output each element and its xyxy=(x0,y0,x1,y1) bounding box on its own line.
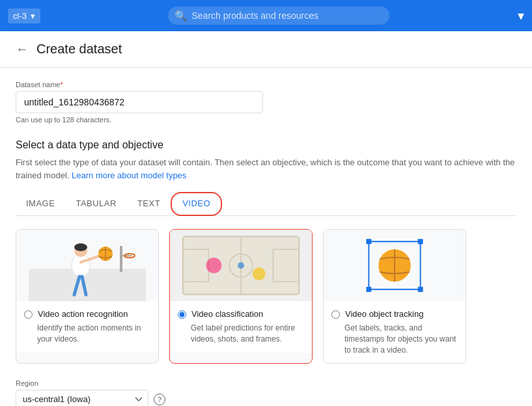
topbar-left: cl-3 ▾ xyxy=(8,8,40,23)
page-header: ← Create dataset xyxy=(0,31,532,68)
card-classification-title: Video classification xyxy=(191,309,263,319)
card-action-recognition[interactable]: Video action recognition Identify the ac… xyxy=(16,229,159,364)
card-classification[interactable]: Video classification Get label predictio… xyxy=(169,229,313,364)
svg-rect-26 xyxy=(418,239,423,244)
card-object-tracking-body: Video object tracking Get labels, tracks… xyxy=(324,301,466,363)
card-action-recognition-radio-row: Video action recognition xyxy=(24,309,150,319)
region-help-icon[interactable]: ? xyxy=(154,394,165,405)
region-group: Region us-central1 (Iowa) us-east1 (Sout… xyxy=(16,379,516,406)
tab-image[interactable]: IMAGE xyxy=(16,192,65,216)
card-action-recognition-title: Video action recognition xyxy=(38,309,128,319)
main-content: Dataset name* Can use up to 128 characte… xyxy=(0,68,532,406)
region-label: Region xyxy=(16,379,516,387)
svg-rect-28 xyxy=(418,287,423,292)
action-recognition-illustration xyxy=(29,230,146,301)
search-wrapper: 🔍 xyxy=(168,7,389,25)
card-object-tracking-radio-row: Video object tracking xyxy=(331,309,458,319)
tab-text[interactable]: TEXT xyxy=(127,192,171,216)
card-classification-radio-row: Video classification xyxy=(178,309,304,319)
topbar-search: 🔍 xyxy=(48,7,510,25)
svg-point-4 xyxy=(74,243,87,251)
region-row: us-central1 (Iowa) us-east1 (South Carol… xyxy=(16,390,516,406)
search-input[interactable] xyxy=(168,7,389,25)
topbar-expand-icon[interactable]: ▾ xyxy=(518,8,524,23)
page-title: Create dataset xyxy=(36,42,122,57)
card-object-tracking[interactable]: Video object tracking Get labels, tracks… xyxy=(323,229,466,364)
card-object-tracking-desc: Get labels, tracks, and timestamps for o… xyxy=(331,323,458,355)
learn-more-model-types-link[interactable]: Learn more about model types xyxy=(72,170,186,180)
region-select[interactable]: us-central1 (Iowa) us-east1 (South Carol… xyxy=(16,390,148,406)
dataset-name-group: Dataset name* Can use up to 128 characte… xyxy=(16,81,516,124)
tab-video[interactable]: VIDEO xyxy=(171,192,222,216)
dataset-name-label: Dataset name* xyxy=(16,81,516,88)
card-action-recognition-body: Video action recognition Identify the ac… xyxy=(16,301,158,353)
dataset-name-hint: Can use up to 128 characters. xyxy=(16,116,516,124)
card-classification-radio[interactable] xyxy=(178,310,186,319)
svg-point-2 xyxy=(72,254,90,277)
project-dropdown-icon: ▾ xyxy=(31,11,35,21)
svg-rect-27 xyxy=(366,287,371,292)
search-icon: 🔍 xyxy=(175,10,188,22)
svg-point-22 xyxy=(238,262,244,269)
project-chip[interactable]: cl-3 ▾ xyxy=(8,8,40,23)
project-name: cl-3 xyxy=(13,11,27,21)
classification-illustration xyxy=(170,230,312,301)
card-action-recognition-radio[interactable] xyxy=(24,310,33,319)
section-heading: Select a data type and objective xyxy=(16,139,516,151)
card-object-tracking-title: Video object tracking xyxy=(345,309,423,319)
card-object-tracking-image xyxy=(324,230,466,301)
card-classification-desc: Get label predictions for entire videos,… xyxy=(178,323,304,345)
card-object-tracking-radio[interactable] xyxy=(331,310,340,319)
section-desc: First select the type of data your datas… xyxy=(16,156,516,182)
tab-tabular[interactable]: TABULAR xyxy=(65,192,127,216)
svg-rect-10 xyxy=(120,246,122,272)
svg-point-20 xyxy=(206,258,221,273)
object-tracking-illustration xyxy=(324,230,466,301)
back-button[interactable]: ← xyxy=(16,42,29,57)
topbar: cl-3 ▾ 🔍 ▾ xyxy=(0,0,532,31)
cards-row: Video action recognition Identify the ac… xyxy=(16,229,516,364)
svg-point-21 xyxy=(253,267,266,280)
tabs: IMAGE TABULAR TEXT VIDEO xyxy=(16,192,516,216)
card-classification-body: Video classification Get label predictio… xyxy=(170,301,312,353)
svg-rect-25 xyxy=(366,239,371,244)
dataset-name-input[interactable] xyxy=(16,91,263,113)
card-classification-image xyxy=(170,230,312,301)
card-action-recognition-image xyxy=(16,230,158,301)
card-action-recognition-desc: Identify the action moments in your vide… xyxy=(24,323,150,345)
